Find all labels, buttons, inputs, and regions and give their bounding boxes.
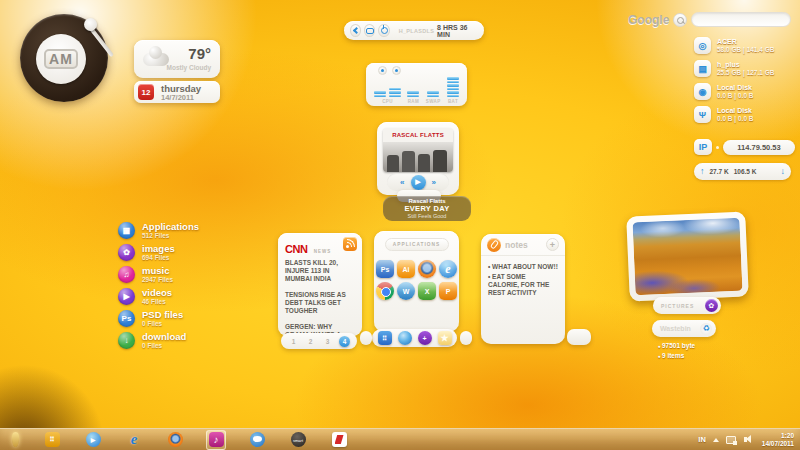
applications-grid: PsAieWXP: [374, 260, 459, 300]
start-button[interactable]: [6, 430, 24, 450]
drive-name: h_plus: [717, 60, 774, 69]
dock-glyph: ⠿: [382, 335, 387, 342]
news-headline[interactable]: TENSIONS RISE AS DEBT TALKS GET TOUGHER: [285, 291, 355, 315]
notes-widget: notes + WHAT ABOUT NOW!!EAT SOME CALORIE…: [481, 234, 565, 344]
recycle-size: 97501 byte: [658, 341, 695, 351]
rss-icon[interactable]: [343, 237, 357, 251]
widget-handle[interactable]: [360, 331, 372, 345]
monitor-button-2[interactable]: [392, 66, 401, 75]
taskbar-icon[interactable]: e: [124, 430, 144, 450]
app-icon[interactable]: e: [439, 260, 457, 278]
taskbar-icon[interactable]: ⠿: [42, 430, 62, 450]
taskbar-icon[interactable]: [329, 430, 349, 450]
next-button[interactable]: »: [432, 178, 436, 187]
taskbar-icon[interactable]: [165, 430, 185, 450]
app-icon[interactable]: Ai: [397, 260, 415, 278]
album-art-banner: RASCAL FLATTS: [383, 128, 453, 142]
volume-tray-icon[interactable]: [744, 435, 755, 445]
shutdown-button[interactable]: [378, 24, 389, 37]
folder-icon: ✿: [118, 244, 135, 261]
widget-handle[interactable]: [567, 329, 591, 345]
page-button[interactable]: 3: [322, 336, 333, 347]
google-logo: Google: [628, 13, 669, 27]
page-button[interactable]: 2: [305, 336, 316, 347]
dock-icon-launcher[interactable]: ⠿: [378, 331, 392, 345]
monitor-group: CPU: [374, 77, 401, 104]
logoff-button[interactable]: [350, 24, 361, 37]
drive-glyph: Ψ: [699, 110, 706, 120]
notes-body: WHAT ABOUT NOW!!EAT SOME CALORIE, FOR TH…: [481, 256, 565, 297]
folder-label: Applications: [142, 222, 199, 232]
uptime-value: 8 HRS 36 MIN: [437, 24, 475, 38]
folder-shortcut[interactable]: ▦ Applications 512 Files: [118, 222, 199, 240]
taskbar-glyph: [250, 432, 265, 447]
desktop: AM 79° Mostly Cloudy 12 thursday 14/7/20…: [0, 0, 800, 450]
folder-label: PSD files: [142, 310, 183, 320]
play-button[interactable]: ▶: [411, 175, 426, 190]
folder-text: PSD files 0 Files: [142, 310, 183, 328]
dock-icon-favorites[interactable]: ★: [438, 331, 452, 345]
display-off-button[interactable]: [364, 24, 375, 37]
taskbar-icon[interactable]: ♪: [206, 430, 226, 450]
drive-icon: ◉: [694, 83, 711, 100]
search-icon[interactable]: [673, 13, 687, 27]
calendar-widget[interactable]: 12 thursday 14/7/2011: [134, 81, 220, 103]
drive-item[interactable]: ◎ ACER 58.0 GB | 141.4 GB: [694, 37, 774, 54]
weather-widget[interactable]: 79° Mostly Cloudy: [134, 40, 220, 78]
drive-usage: 0.0 B | 0.0 B: [717, 115, 754, 123]
show-hidden-icons[interactable]: [713, 438, 719, 442]
picture-frame[interactable]: [626, 211, 749, 301]
band-silhouette: [418, 154, 430, 172]
drive-text: ACER 58.0 GB | 141.4 GB: [717, 37, 774, 54]
folder-shortcut[interactable]: Ps PSD files 0 Files: [118, 310, 199, 328]
app-icon[interactable]: [418, 260, 436, 278]
news-tag: NEWS: [314, 249, 332, 254]
app-icon[interactable]: [376, 282, 394, 300]
app-icon[interactable]: W: [397, 282, 415, 300]
folder-shortcut[interactable]: ▶ videos 46 Files: [118, 288, 199, 306]
drive-item[interactable]: ▤ h_plus 25.5 GB | 127.1 GB: [694, 60, 774, 77]
am-monogram: AM: [44, 49, 78, 69]
pictures-label-pill: PICTURES ✿: [653, 297, 721, 314]
taskbar-glyph: [168, 432, 183, 447]
folder-shortcut[interactable]: ✿ images 694 Files: [118, 244, 199, 262]
folder-count: 2947 Files: [142, 276, 173, 284]
folder-shortcut[interactable]: ♫ music 2947 Files: [118, 266, 199, 284]
dock-icon-browser-globe[interactable]: [398, 331, 412, 345]
search-input[interactable]: [691, 12, 791, 27]
network-tray-icon[interactable]: [726, 435, 737, 445]
folder-shortcut[interactable]: ↓ download 0 Files: [118, 332, 199, 350]
back-arrow-icon: [353, 27, 360, 34]
app-icon[interactable]: X: [418, 282, 436, 300]
app-icon[interactable]: Ps: [376, 260, 394, 278]
taskbar-icon[interactable]: smart: [288, 430, 308, 450]
previous-button[interactable]: «: [400, 178, 404, 187]
taskbar-icon[interactable]: [247, 430, 267, 450]
pictures-flower-button[interactable]: ✿: [705, 299, 718, 312]
tray-date: 14/07/2011: [762, 440, 794, 448]
recycle-bin[interactable]: Wastebin ♻: [652, 320, 716, 337]
taskbar-icon-label: smart: [288, 438, 308, 443]
tray-clock[interactable]: 1:20 14/07/2011: [762, 432, 794, 448]
folder-text: music 2947 Files: [142, 266, 173, 284]
dock-icon-games[interactable]: +: [418, 331, 432, 345]
drive-name: Local Disk: [717, 106, 754, 115]
app-icon[interactable]: P: [439, 282, 457, 300]
widget-handle[interactable]: [460, 331, 472, 345]
page-button[interactable]: 1: [288, 336, 299, 347]
monitor-button-1[interactable]: [378, 66, 387, 75]
language-indicator[interactable]: IN: [698, 435, 706, 444]
date-label: 14/7/2011: [161, 93, 194, 102]
folder-glyph: ↓: [125, 337, 129, 345]
drive-item[interactable]: ◉ Local Disk 0.0 B | 0.0 B: [694, 83, 774, 100]
page-button[interactable]: 4: [339, 336, 350, 347]
drive-item[interactable]: Ψ Local Disk 0.0 B | 0.0 B: [694, 106, 774, 123]
add-note-button[interactable]: +: [546, 238, 559, 251]
taskbar-icon[interactable]: ▶: [83, 430, 103, 450]
folder-icon: ♫: [118, 266, 135, 283]
am-record-logo[interactable]: AM: [20, 14, 108, 102]
clip-shape: [489, 239, 498, 249]
news-headline[interactable]: BLASTS KILL 20, INJURE 113 IN MUMBAI IND…: [285, 259, 355, 283]
monitor-icon: [366, 28, 374, 34]
ip-widget: IP 114.79.50.53: [694, 139, 795, 155]
